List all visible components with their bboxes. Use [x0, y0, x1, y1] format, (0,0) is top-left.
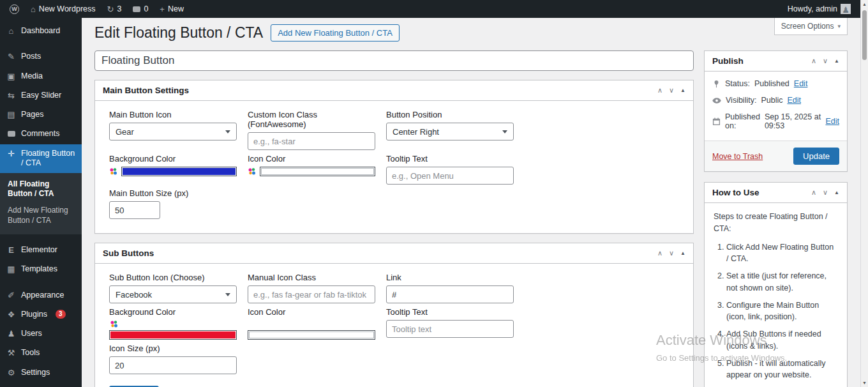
- side-column: Publish ∧ ∨ ▲ Statu: [704, 50, 848, 387]
- comments-icon: [6, 129, 16, 139]
- sub-tooltip-text-input[interactable]: [386, 320, 514, 338]
- how-to-use-header[interactable]: How to Use ∧ ∨ ▲: [705, 183, 847, 203]
- move-up-icon[interactable]: ∧: [811, 188, 816, 197]
- sidebar-item-templates[interactable]: ▦ Templates: [0, 260, 82, 279]
- sidebar-item-plugins[interactable]: ❖ Plugins 3: [0, 305, 82, 324]
- box-title: Sub Buttons: [103, 248, 154, 258]
- site-name-menu[interactable]: ⌂ New Wordpress: [25, 0, 101, 18]
- color-picker-icon[interactable]: [109, 167, 117, 176]
- sidebar-item-media[interactable]: ▣ Media: [0, 67, 82, 86]
- edit-visibility-link[interactable]: Edit: [787, 96, 801, 105]
- updates-menu[interactable]: ↻ 3: [101, 0, 128, 18]
- sidebar-item-label: Settings: [21, 368, 50, 378]
- calendar-icon: [712, 118, 721, 126]
- main-column: Main Button Settings ∧ ∨ ▲ Main Button I…: [94, 50, 694, 387]
- sub-buttons-header[interactable]: Sub Buttons ∧ ∨ ▲: [95, 243, 693, 264]
- box-handle: ∧ ∨ ▲: [657, 249, 685, 257]
- wordpress-menu[interactable]: W: [4, 0, 25, 18]
- sidebar-item-label: Templates: [21, 264, 57, 275]
- move-down-icon[interactable]: ∨: [823, 57, 828, 65]
- edit-status-link[interactable]: Edit: [794, 79, 808, 88]
- toggle-panel-icon[interactable]: ▲: [680, 250, 685, 256]
- color-picker-icon[interactable]: [248, 167, 256, 176]
- main-button-settings-header[interactable]: Main Button Settings ∧ ∨ ▲: [95, 80, 693, 101]
- tools-icon: ⚒: [6, 348, 16, 358]
- sidebar-item-users[interactable]: ♟ Users: [0, 324, 82, 344]
- visibility-value: Public: [761, 96, 782, 105]
- edit-date-link[interactable]: Edit: [825, 117, 839, 126]
- sub-background-color-swatch[interactable]: [109, 330, 237, 340]
- toggle-panel-icon[interactable]: ▲: [834, 190, 839, 195]
- new-label: New: [168, 4, 184, 13]
- scroll-up-icon[interactable]: ▲: [861, 2, 868, 6]
- move-down-icon[interactable]: ∨: [823, 188, 828, 197]
- update-button[interactable]: Update: [793, 148, 839, 165]
- published-label: Published on:: [725, 112, 760, 130]
- page-title: Edit Floating Button / CTA: [94, 24, 263, 42]
- status-label: Status:: [725, 79, 750, 88]
- screen-options-tab[interactable]: Screen Options ▾: [774, 18, 848, 35]
- sub-button-icon-select[interactable]: Facebook: [109, 285, 237, 303]
- sidebar-item-label: Plugins: [21, 310, 47, 320]
- comments-bubble-icon: [133, 6, 140, 12]
- button-position-select[interactable]: Center Right: [386, 123, 514, 140]
- chevron-down-icon: ▾: [837, 23, 841, 29]
- sidebar-item-comments[interactable]: Comments: [0, 125, 82, 144]
- submenu-all-floating-buttons[interactable]: All Floating Button / CTA: [0, 176, 82, 202]
- background-color-swatch[interactable]: [121, 167, 237, 176]
- avatar: ♟: [841, 4, 851, 14]
- field-label: Tooltip Text: [386, 154, 514, 163]
- custom-icon-class-input[interactable]: [248, 132, 375, 150]
- sub-icon-color-swatch[interactable]: [248, 330, 375, 340]
- sidebar-item-pages[interactable]: ▤ Pages: [0, 105, 82, 125]
- main-button-icon-select[interactable]: Gear: [109, 123, 237, 140]
- sub-buttons-box: Sub Buttons ∧ ∨ ▲ Sub Button Icon (Choos…: [94, 243, 694, 387]
- manual-icon-class-input[interactable]: [248, 285, 375, 303]
- sidebar-item-posts[interactable]: ✎ Posts: [0, 47, 82, 66]
- sidebar-item-floating-button-cta[interactable]: ✛ Floating Button / CTA: [0, 144, 82, 173]
- sidebar-item-elementor[interactable]: E Elementor: [0, 241, 82, 260]
- sidebar-item-tools[interactable]: ⚒ Tools: [0, 344, 82, 363]
- field-label: Manual Icon Class: [248, 273, 375, 282]
- status-value: Published: [754, 79, 789, 88]
- tooltip-text-input[interactable]: [386, 167, 514, 185]
- new-content-menu[interactable]: + New: [154, 0, 190, 18]
- sidebar-item-dashboard[interactable]: ⌂ Dashboard: [0, 22, 82, 41]
- my-account-menu[interactable]: Howdy, admin ♟: [782, 0, 857, 18]
- sub-icon-size-input[interactable]: [109, 356, 237, 374]
- scrollbar-thumb[interactable]: [862, 10, 867, 60]
- submenu-add-new-floating-button[interactable]: Add New Floating Button / CTA: [0, 202, 82, 229]
- sidebar-item-settings[interactable]: ⚙ Settings: [0, 363, 82, 383]
- site-name-label: New Wordpress: [39, 4, 96, 13]
- sidebar-item-appearance[interactable]: ✐ Appearance: [0, 286, 82, 305]
- chevron-down-icon: [225, 293, 230, 296]
- add-new-button[interactable]: Add New Floating Button / CTA: [271, 24, 400, 42]
- post-title-input[interactable]: [94, 50, 694, 71]
- vertical-scrollbar[interactable]: ▲ ▼: [860, 0, 868, 387]
- publish-header[interactable]: Publish ∧ ∨ ▲: [705, 51, 847, 72]
- sub-button-link-input[interactable]: [386, 285, 514, 303]
- toggle-panel-icon[interactable]: ▲: [834, 58, 839, 64]
- visibility-label: Visibility:: [726, 96, 756, 105]
- posts-icon: ✎: [6, 52, 16, 62]
- move-to-trash-link[interactable]: Move to Trash: [712, 152, 763, 161]
- sidebar-item-easy-slider[interactable]: ⇆ Easy Slider: [0, 86, 82, 105]
- howto-step: Publish - it will automatically appear o…: [726, 358, 838, 382]
- move-down-icon[interactable]: ∨: [669, 249, 674, 257]
- scroll-down-icon[interactable]: ▼: [861, 381, 868, 385]
- main-button-size-input[interactable]: [109, 201, 160, 219]
- move-up-icon[interactable]: ∧: [657, 249, 662, 257]
- chevron-down-icon: [502, 130, 507, 133]
- howto-step: Click Add New Floating Button / CTA.: [726, 241, 838, 266]
- move-up-icon[interactable]: ∧: [657, 86, 662, 95]
- toggle-panel-icon[interactable]: ▲: [680, 87, 685, 93]
- icon-color-swatch[interactable]: [260, 167, 375, 176]
- color-picker-icon[interactable]: [110, 320, 118, 328]
- field-label: Button Position: [386, 110, 514, 119]
- move-down-icon[interactable]: ∨: [669, 86, 674, 95]
- comments-menu[interactable]: 0: [127, 0, 154, 18]
- move-up-icon[interactable]: ∧: [811, 57, 816, 65]
- screen-options-label: Screen Options: [781, 22, 834, 31]
- admin-bar: W ⌂ New Wordpress ↻ 3 0 + New Howdy, adm…: [0, 0, 860, 18]
- main-button-settings-body: Main Button Icon Gear Custom Icon Class …: [95, 101, 693, 233]
